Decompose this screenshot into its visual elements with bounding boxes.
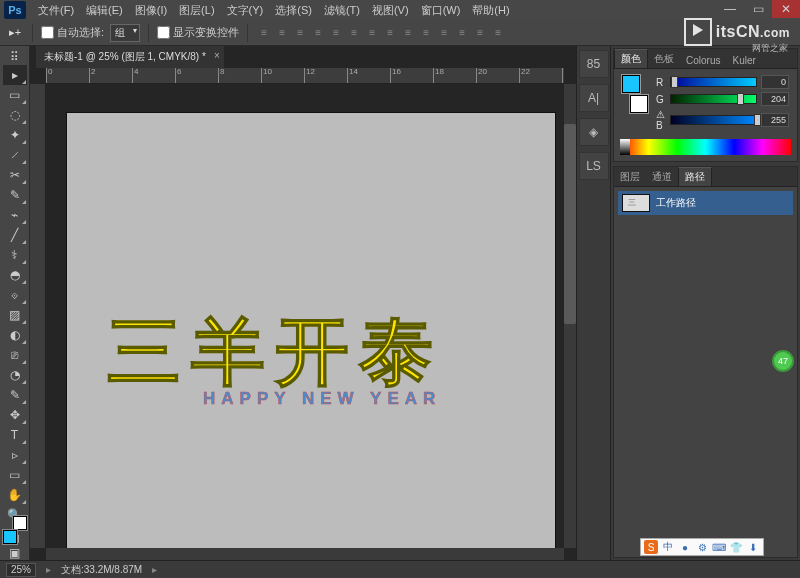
align-icon[interactable]: ≡: [472, 25, 488, 41]
align-icon[interactable]: ≡: [454, 25, 470, 41]
align-icon[interactable]: ≡: [490, 25, 506, 41]
align-icon[interactable]: ≡: [346, 25, 362, 41]
ruler-vertical: [30, 84, 46, 548]
align-icon[interactable]: ≡: [328, 25, 344, 41]
tool-button[interactable]: ◓: [3, 265, 27, 285]
align-icon[interactable]: ≡: [256, 25, 272, 41]
g-slider[interactable]: G204: [656, 92, 789, 106]
align-icon[interactable]: ≡: [292, 25, 308, 41]
tool-button[interactable]: ✦: [3, 125, 27, 145]
align-icon[interactable]: ≡: [382, 25, 398, 41]
menu-item[interactable]: 文字(Y): [221, 1, 270, 20]
r-slider[interactable]: R0: [656, 75, 789, 89]
document-tab[interactable]: 未标题-1 @ 25% (图层 1, CMYK/8) *×: [36, 46, 224, 68]
window-controls: — ▭ ✕: [716, 0, 800, 18]
options-bar: ▸+ 自动选择: 组 显示变换控件 ≡≡≡≡≡≡≡≡≡≡≡≡≡≡: [0, 20, 800, 46]
artwork-subtext: HAPPY NEW YEAR: [203, 389, 441, 409]
horizontal-scrollbar[interactable]: [46, 548, 564, 560]
tool-button[interactable]: ✋: [3, 485, 27, 505]
tool-button[interactable]: ✂: [3, 165, 27, 185]
tool-button[interactable]: ✥: [3, 405, 27, 425]
menu-item[interactable]: 窗口(W): [415, 1, 467, 20]
menu-item[interactable]: 图层(L): [173, 1, 220, 20]
tool-button[interactable]: ◌: [3, 105, 27, 125]
align-icon[interactable]: ≡: [310, 25, 326, 41]
close-button[interactable]: ✕: [772, 0, 800, 18]
tool-button[interactable]: ◔: [3, 365, 27, 385]
menu-item[interactable]: 帮助(H): [466, 1, 515, 20]
tool-button[interactable]: ✎: [3, 185, 27, 205]
panel-strip-icon[interactable]: A|: [583, 88, 605, 108]
maximize-button[interactable]: ▭: [744, 0, 772, 18]
ime-toolbar[interactable]: S中●⚙⌨👕⬇: [640, 538, 764, 556]
zoom-field[interactable]: 25%: [6, 563, 36, 577]
ime-icon[interactable]: ⚙: [695, 540, 709, 554]
ime-icon[interactable]: ⬇: [746, 540, 760, 554]
color-spectrum[interactable]: [620, 139, 791, 155]
background-swatch[interactable]: [13, 516, 27, 530]
play-icon: [684, 18, 712, 46]
tool-button[interactable]: T: [3, 425, 27, 445]
collapsed-panel-strip: 85A|◈LS: [576, 46, 610, 560]
ime-icon[interactable]: 👕: [729, 540, 743, 554]
align-icon[interactable]: ≡: [364, 25, 380, 41]
canvas[interactable]: 三羊开泰 HAPPY NEW YEAR: [66, 112, 556, 548]
ime-icon[interactable]: ⌨: [712, 540, 726, 554]
align-icon[interactable]: ≡: [436, 25, 452, 41]
tool-button[interactable]: ▹: [3, 445, 27, 465]
vertical-scrollbar[interactable]: [564, 84, 576, 548]
menu-bar: Ps 文件(F)编辑(E)图像(I)图层(L)文字(Y)选择(S)滤镜(T)视图…: [0, 0, 800, 20]
watermark-sub: 网管之家: [752, 42, 788, 55]
float-badge[interactable]: 47: [772, 350, 794, 372]
panel-tab[interactable]: 图层: [614, 168, 646, 186]
menu-item[interactable]: 滤镜(T): [318, 1, 366, 20]
path-item[interactable]: 工作路径: [618, 191, 793, 215]
panel-tab[interactable]: 颜色: [614, 49, 648, 68]
tool-grip[interactable]: ⠿: [3, 50, 27, 64]
menu-item[interactable]: 视图(V): [366, 1, 415, 20]
panel-tab[interactable]: Colorus: [680, 53, 726, 68]
tool-button[interactable]: ▭: [3, 85, 27, 105]
panel-strip-icon[interactable]: LS: [583, 156, 605, 176]
auto-select-checkbox[interactable]: 自动选择:: [41, 25, 104, 40]
ime-icon[interactable]: 中: [661, 540, 675, 554]
menu-item[interactable]: 编辑(E): [80, 1, 129, 20]
menu-item[interactable]: 图像(I): [129, 1, 173, 20]
tool-button[interactable]: ⌁: [3, 205, 27, 225]
minimize-button[interactable]: —: [716, 0, 744, 18]
align-icon[interactable]: ≡: [418, 25, 434, 41]
close-icon[interactable]: ×: [214, 50, 220, 61]
panel-tab[interactable]: 色板: [648, 50, 680, 68]
panel-strip-icon[interactable]: ◈: [583, 122, 605, 142]
ime-icon[interactable]: ●: [678, 540, 692, 554]
tool-button[interactable]: ⎚: [3, 345, 27, 365]
align-icon[interactable]: ≡: [274, 25, 290, 41]
panel-swatches[interactable]: [622, 75, 648, 113]
tool-button[interactable]: ▸: [3, 65, 27, 85]
tool-button[interactable]: ⟐: [3, 285, 27, 305]
panel-tab[interactable]: Kuler: [726, 53, 761, 68]
auto-select-dropdown[interactable]: 组: [110, 24, 140, 42]
panel-tab[interactable]: 通道: [646, 168, 678, 186]
panels-column: 颜色色板ColorusKuler R0 G204 ⚠ B255 图层通道路径 工…: [610, 46, 800, 560]
tool-button[interactable]: ⚕: [3, 245, 27, 265]
align-icon[interactable]: ≡: [400, 25, 416, 41]
b-slider[interactable]: ⚠ B255: [656, 109, 789, 131]
ime-icon[interactable]: S: [644, 540, 658, 554]
tool-button[interactable]: ◐: [3, 325, 27, 345]
canvas-viewport[interactable]: 三羊开泰 HAPPY NEW YEAR: [46, 84, 564, 548]
menu-item[interactable]: 文件(F): [32, 1, 80, 20]
foreground-swatch[interactable]: [3, 530, 17, 544]
tool-button[interactable]: ▨: [3, 305, 27, 325]
tool-button[interactable]: ╱: [3, 225, 27, 245]
paths-panel: 图层通道路径 工作路径: [613, 166, 798, 558]
menu-item[interactable]: 选择(S): [269, 1, 318, 20]
show-transform-checkbox[interactable]: 显示变换控件: [157, 25, 239, 40]
tool-button[interactable]: ▭: [3, 465, 27, 485]
status-bar: 25% ▸ 文档:33.2M/8.87M ▸: [0, 560, 800, 578]
panel-tab[interactable]: 路径: [678, 167, 712, 186]
screenmode-icon[interactable]: ▣: [3, 546, 27, 560]
tool-button[interactable]: ⟋: [3, 145, 27, 165]
tool-button[interactable]: ✎: [3, 385, 27, 405]
panel-strip-icon[interactable]: 85: [583, 54, 605, 74]
